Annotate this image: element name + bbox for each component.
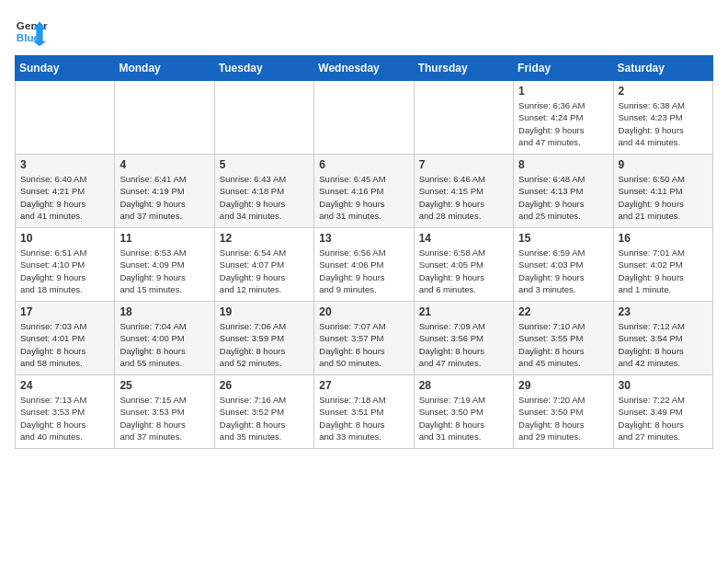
- day-info: Sunrise: 7:22 AM Sunset: 3:49 PM Dayligh…: [619, 394, 708, 442]
- day-number: 26: [220, 379, 309, 392]
- day-cell: 10Sunrise: 6:51 AM Sunset: 4:10 PM Dayli…: [16, 228, 115, 302]
- day-info: Sunrise: 6:36 AM Sunset: 4:24 PM Dayligh…: [518, 99, 608, 148]
- day-number: 10: [20, 232, 109, 245]
- day-info: Sunrise: 7:20 AM Sunset: 3:50 PM Dayligh…: [518, 394, 608, 442]
- day-number: 5: [220, 158, 309, 171]
- day-number: 7: [419, 158, 508, 171]
- day-number: 24: [20, 379, 109, 392]
- day-number: 16: [619, 232, 708, 245]
- week-row-0: 1Sunrise: 6:36 AM Sunset: 4:24 PM Daylig…: [16, 81, 713, 155]
- day-number: 28: [419, 379, 508, 392]
- day-info: Sunrise: 7:07 AM Sunset: 3:57 PM Dayligh…: [319, 320, 408, 369]
- day-cell: 2Sunrise: 6:38 AM Sunset: 4:23 PM Daylig…: [613, 81, 712, 155]
- day-info: Sunrise: 7:03 AM Sunset: 4:01 PM Dayligh…: [20, 320, 109, 369]
- day-number: 23: [619, 305, 708, 318]
- weekday-monday: Monday: [115, 56, 214, 81]
- day-info: Sunrise: 7:04 AM Sunset: 4:00 PM Dayligh…: [119, 320, 209, 369]
- day-number: 15: [518, 232, 608, 245]
- day-number: 6: [319, 158, 408, 171]
- day-info: Sunrise: 6:46 AM Sunset: 4:15 PM Dayligh…: [419, 173, 508, 222]
- day-cell: 17Sunrise: 7:03 AM Sunset: 4:01 PM Dayli…: [16, 302, 115, 375]
- day-cell: 3Sunrise: 6:40 AM Sunset: 4:21 PM Daylig…: [16, 155, 115, 228]
- week-row-1: 3Sunrise: 6:40 AM Sunset: 4:21 PM Daylig…: [16, 155, 713, 228]
- day-cell: 12Sunrise: 6:54 AM Sunset: 4:07 PM Dayli…: [214, 228, 313, 302]
- week-row-3: 17Sunrise: 7:03 AM Sunset: 4:01 PM Dayli…: [16, 302, 713, 375]
- day-cell: 28Sunrise: 7:19 AM Sunset: 3:50 PM Dayli…: [414, 375, 513, 449]
- day-cell: 4Sunrise: 6:41 AM Sunset: 4:19 PM Daylig…: [115, 155, 214, 228]
- day-cell: 20Sunrise: 7:07 AM Sunset: 3:57 PM Dayli…: [314, 302, 414, 375]
- day-cell: 29Sunrise: 7:20 AM Sunset: 3:50 PM Dayli…: [514, 375, 613, 449]
- calendar-header: SundayMondayTuesdayWednesdayThursdayFrid…: [16, 56, 713, 81]
- day-number: 27: [319, 379, 408, 392]
- day-info: Sunrise: 6:59 AM Sunset: 4:03 PM Dayligh…: [518, 247, 608, 295]
- day-cell: 5Sunrise: 6:43 AM Sunset: 4:18 PM Daylig…: [214, 155, 313, 228]
- day-info: Sunrise: 7:15 AM Sunset: 3:53 PM Dayligh…: [119, 394, 209, 442]
- day-number: 20: [319, 305, 408, 318]
- day-cell: [314, 81, 414, 155]
- day-cell: 1Sunrise: 6:36 AM Sunset: 4:24 PM Daylig…: [514, 81, 613, 155]
- day-cell: [214, 81, 313, 155]
- weekday-wednesday: Wednesday: [314, 56, 414, 81]
- day-cell: 26Sunrise: 7:16 AM Sunset: 3:52 PM Dayli…: [214, 375, 313, 449]
- day-number: 8: [518, 158, 608, 171]
- day-number: 12: [220, 232, 309, 245]
- day-info: Sunrise: 6:58 AM Sunset: 4:05 PM Dayligh…: [419, 247, 508, 295]
- day-number: 2: [619, 85, 708, 98]
- day-number: 1: [518, 85, 608, 98]
- day-cell: 11Sunrise: 6:53 AM Sunset: 4:09 PM Dayli…: [115, 228, 214, 302]
- day-number: 14: [419, 232, 508, 245]
- day-info: Sunrise: 6:53 AM Sunset: 4:09 PM Dayligh…: [119, 247, 209, 295]
- weekday-sunday: Sunday: [16, 56, 115, 81]
- calendar-table: SundayMondayTuesdayWednesdayThursdayFrid…: [15, 55, 713, 449]
- day-info: Sunrise: 7:19 AM Sunset: 3:50 PM Dayligh…: [419, 394, 508, 442]
- svg-text:General: General: [17, 19, 48, 31]
- day-cell: 8Sunrise: 6:48 AM Sunset: 4:13 PM Daylig…: [514, 155, 613, 228]
- header: General Blue: [15, 15, 713, 48]
- week-row-4: 24Sunrise: 7:13 AM Sunset: 3:53 PM Dayli…: [16, 375, 713, 449]
- day-cell: 30Sunrise: 7:22 AM Sunset: 3:49 PM Dayli…: [613, 375, 712, 449]
- day-cell: 6Sunrise: 6:45 AM Sunset: 4:16 PM Daylig…: [314, 155, 414, 228]
- day-number: 17: [20, 305, 109, 318]
- weekday-saturday: Saturday: [613, 56, 712, 81]
- weekday-tuesday: Tuesday: [214, 56, 313, 81]
- day-cell: [16, 81, 115, 155]
- day-number: 25: [119, 379, 209, 392]
- day-number: 3: [20, 158, 109, 171]
- calendar-body: 1Sunrise: 6:36 AM Sunset: 4:24 PM Daylig…: [16, 81, 713, 449]
- weekday-thursday: Thursday: [414, 56, 513, 81]
- day-info: Sunrise: 7:18 AM Sunset: 3:51 PM Dayligh…: [319, 394, 408, 442]
- day-cell: 7Sunrise: 6:46 AM Sunset: 4:15 PM Daylig…: [414, 155, 513, 228]
- day-cell: 14Sunrise: 6:58 AM Sunset: 4:05 PM Dayli…: [414, 228, 513, 302]
- day-info: Sunrise: 6:54 AM Sunset: 4:07 PM Dayligh…: [220, 247, 309, 295]
- day-info: Sunrise: 6:43 AM Sunset: 4:18 PM Dayligh…: [220, 173, 309, 222]
- day-cell: 15Sunrise: 6:59 AM Sunset: 4:03 PM Dayli…: [514, 228, 613, 302]
- day-info: Sunrise: 7:09 AM Sunset: 3:56 PM Dayligh…: [419, 320, 508, 369]
- day-info: Sunrise: 6:45 AM Sunset: 4:16 PM Dayligh…: [319, 173, 408, 222]
- day-number: 22: [518, 305, 608, 318]
- day-cell: 18Sunrise: 7:04 AM Sunset: 4:00 PM Dayli…: [115, 302, 214, 375]
- day-info: Sunrise: 7:12 AM Sunset: 3:54 PM Dayligh…: [619, 320, 708, 369]
- day-info: Sunrise: 6:50 AM Sunset: 4:11 PM Dayligh…: [619, 173, 708, 222]
- day-info: Sunrise: 7:13 AM Sunset: 3:53 PM Dayligh…: [20, 394, 109, 442]
- day-info: Sunrise: 7:10 AM Sunset: 3:55 PM Dayligh…: [518, 320, 608, 369]
- day-number: 4: [119, 158, 209, 171]
- weekday-row: SundayMondayTuesdayWednesdayThursdayFrid…: [16, 56, 713, 81]
- day-number: 11: [119, 232, 209, 245]
- day-number: 30: [619, 379, 708, 392]
- day-info: Sunrise: 6:40 AM Sunset: 4:21 PM Dayligh…: [20, 173, 109, 222]
- day-info: Sunrise: 6:38 AM Sunset: 4:23 PM Dayligh…: [619, 99, 708, 148]
- day-cell: 21Sunrise: 7:09 AM Sunset: 3:56 PM Dayli…: [414, 302, 513, 375]
- day-cell: 13Sunrise: 6:56 AM Sunset: 4:06 PM Dayli…: [314, 228, 414, 302]
- day-info: Sunrise: 6:41 AM Sunset: 4:19 PM Dayligh…: [119, 173, 209, 222]
- day-cell: 16Sunrise: 7:01 AM Sunset: 4:02 PM Dayli…: [613, 228, 712, 302]
- day-cell: 9Sunrise: 6:50 AM Sunset: 4:11 PM Daylig…: [613, 155, 712, 228]
- day-info: Sunrise: 7:01 AM Sunset: 4:02 PM Dayligh…: [619, 247, 708, 295]
- day-cell: [414, 81, 513, 155]
- day-number: 21: [419, 305, 508, 318]
- day-cell: 25Sunrise: 7:15 AM Sunset: 3:53 PM Dayli…: [115, 375, 214, 449]
- day-number: 19: [220, 305, 309, 318]
- day-info: Sunrise: 6:51 AM Sunset: 4:10 PM Dayligh…: [20, 247, 109, 295]
- day-cell: 23Sunrise: 7:12 AM Sunset: 3:54 PM Dayli…: [613, 302, 712, 375]
- day-number: 13: [319, 232, 408, 245]
- weekday-friday: Friday: [514, 56, 613, 81]
